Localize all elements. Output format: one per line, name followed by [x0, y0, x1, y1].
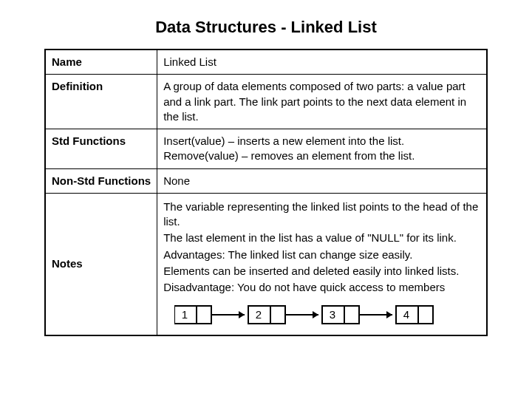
- row-value-name: Linked List: [157, 50, 487, 75]
- table-row: Non-Std Functions None: [45, 168, 487, 193]
- svg-rect-12: [396, 306, 433, 324]
- list-node: 2: [248, 306, 285, 324]
- notes-line: Advantages: The linked list can change s…: [163, 248, 480, 262]
- row-label-nonstdfns: Non-Std Functions: [45, 168, 157, 193]
- list-node: 4: [396, 306, 433, 324]
- stdfns-line1: Insert(value) – inserts a new element in…: [163, 134, 480, 149]
- svg-marker-11: [386, 311, 392, 318]
- table-row: Std Functions Insert(value) – inserts a …: [45, 129, 487, 169]
- row-value-stdfns: Insert(value) – inserts a new element in…: [157, 129, 487, 169]
- arrow-icon: [359, 311, 392, 318]
- table-row: Notes The variable representing the link…: [45, 193, 487, 335]
- page-title: Data Structures - Linked List: [44, 18, 488, 37]
- node-value: 3: [329, 308, 335, 321]
- svg-marker-7: [313, 311, 318, 318]
- row-label-name: Name: [45, 50, 157, 75]
- notes-line: Elements can be inserted and deleted eas…: [163, 264, 480, 279]
- definition-table: Name Linked List Definition A group of d…: [44, 49, 488, 336]
- notes-line: Disadvantage: You do not have quick acce…: [163, 280, 480, 295]
- arrow-icon: [285, 311, 318, 318]
- row-label-stdfns: Std Functions: [45, 129, 157, 169]
- svg-rect-4: [248, 306, 285, 324]
- table-row: Definition A group of data elements comp…: [45, 75, 487, 129]
- list-node: 1: [174, 306, 211, 324]
- row-value-nonstdfns: None: [157, 168, 487, 193]
- row-value-definition: A group of data elements composed of two…: [157, 75, 487, 129]
- arrow-icon: [211, 311, 245, 318]
- row-label-notes: Notes: [45, 193, 157, 335]
- stdfns-line2: Remove(value) – removes an element from …: [163, 149, 480, 163]
- node-value: 1: [181, 308, 187, 321]
- notes-line: The variable representing the linked lis…: [163, 200, 480, 230]
- svg-rect-0: [174, 306, 211, 324]
- svg-rect-8: [322, 306, 359, 324]
- page: Data Structures - Linked List Name Linke…: [0, 0, 532, 399]
- list-node: 3: [322, 306, 359, 324]
- svg-marker-3: [239, 311, 245, 318]
- table-row: Name Linked List: [45, 50, 487, 75]
- row-value-notes: The variable representing the linked lis…: [157, 193, 487, 335]
- linked-list-diagram: 1 2: [163, 296, 480, 330]
- notes-line: The last element in the list has a value…: [163, 231, 480, 245]
- node-value: 4: [403, 308, 409, 321]
- row-label-definition: Definition: [45, 75, 157, 129]
- node-value: 2: [255, 308, 261, 321]
- linked-list-svg: 1 2: [174, 302, 470, 327]
